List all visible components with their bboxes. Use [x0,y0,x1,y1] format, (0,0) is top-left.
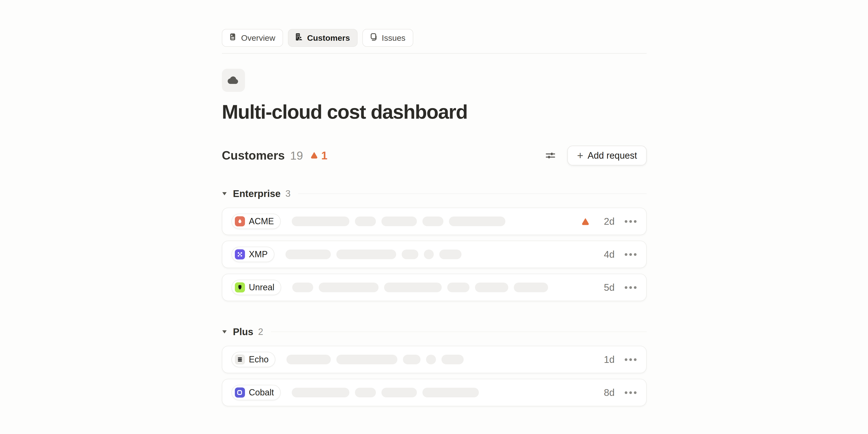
tab-issues[interactable]: Issues [362,29,413,47]
row-meta: 2d [581,216,637,227]
customer-name: Unreal [249,282,274,292]
building-people-icon [294,32,303,43]
shield-icon [235,282,245,292]
tab-bar: Overview Customers Issues [222,29,647,47]
skeleton-bar [426,355,436,364]
tab-label: Overview [241,33,275,43]
tab-customers[interactable]: Customers [288,29,358,47]
group-name: Enterprise [233,188,281,199]
section-alert-badge: 1 [310,149,328,162]
ellipsis-icon[interactable] [624,218,637,225]
drop-icon [235,216,245,226]
chevron-down-icon [222,330,227,334]
document-icon [228,32,237,43]
customer-chip[interactable]: Cobalt [231,385,281,400]
list-bars-icon [235,354,245,365]
customer-name: Echo [249,354,269,365]
skeleton-bar [292,283,313,292]
customer-row-xmp[interactable]: XMP 4d [222,241,647,268]
age-label: 8d [599,387,615,398]
age-label: 5d [599,282,615,293]
row-meta: 8d [599,387,637,398]
skeleton-bar [292,388,349,397]
pages-icon [369,32,378,43]
tabs-divider [222,53,647,54]
customer-row-echo[interactable]: Echo 1d [222,346,647,373]
skeleton-bar [384,283,442,292]
page-content: Overview Customers Issues Multi-cloud co… [222,0,647,412]
skeleton-bars [285,250,462,259]
section-header: Customers 19 1 + Add request [222,145,647,166]
warning-triangle-icon [310,151,318,160]
customer-groups: Enterprise 3 ACME 2d XMP 4d [222,186,647,406]
skeleton-bar [449,217,505,226]
skeleton-bars [292,217,505,226]
skeleton-bar [336,355,397,364]
group-header[interactable]: Enterprise 3 [222,186,647,201]
skeleton-bar [441,355,464,364]
customer-chip[interactable]: XMP [231,247,274,262]
skeleton-bar [423,217,443,226]
customer-name: XMP [249,249,268,259]
ellipsis-icon[interactable] [624,390,637,396]
age-label: 2d [599,216,615,227]
skeleton-bar [447,283,469,292]
tab-label: Issues [382,33,405,43]
square-ring-icon [235,388,245,398]
skeleton-bar [475,283,508,292]
ellipsis-icon[interactable] [624,251,637,258]
customer-chip[interactable]: Unreal [231,280,281,295]
customer-name: ACME [249,216,274,226]
group-rows: Echo 1d Cobalt 8d [222,346,647,406]
warning-triangle-icon [581,217,590,225]
group-divider [271,332,647,332]
sliders-icon[interactable] [544,149,557,162]
chevron-down-icon [222,191,227,196]
skeleton-bar [423,388,479,397]
customer-name: Cobalt [249,388,274,398]
skeleton-bar [355,388,376,397]
page-title: Multi-cloud cost dashboard [222,100,647,123]
age-label: 1d [599,354,615,365]
section-title: Customers [222,149,285,162]
add-request-label: Add request [588,151,637,161]
ellipsis-icon[interactable] [624,356,637,363]
group-rows: ACME 2d XMP 4d Unreal [222,208,647,301]
add-request-button[interactable]: + Add request [567,146,647,165]
pixel-x-icon [235,249,245,259]
plus-icon: + [577,150,583,161]
cloud-icon [226,73,240,88]
skeleton-bar [285,250,331,259]
skeleton-bar [439,250,462,259]
row-meta: 4d [599,249,637,260]
skeleton-bar [403,355,421,364]
tab-overview[interactable]: Overview [222,29,283,47]
skeleton-bar [514,283,548,292]
skeleton-bar [402,250,418,259]
group-header[interactable]: Plus 2 [222,324,647,339]
customer-row-acme[interactable]: ACME 2d [222,208,647,235]
age-label: 4d [599,249,615,260]
skeleton-bar [286,355,331,364]
row-meta: 1d [599,354,637,365]
skeleton-bar [319,283,378,292]
group-count: 2 [258,327,263,337]
group-divider [298,193,647,194]
ellipsis-icon[interactable] [624,284,637,291]
page-icon-tile[interactable] [222,69,245,92]
skeleton-bars [286,355,464,364]
skeleton-bar [381,388,417,397]
section-count: 19 [290,149,303,162]
skeleton-bar [292,217,349,226]
skeleton-bar [336,250,396,259]
customer-row-unreal[interactable]: Unreal 5d [222,274,647,301]
section-alert-count: 1 [321,149,328,162]
skeleton-bar [381,217,417,226]
customer-chip[interactable]: Echo [231,352,275,367]
customer-chip[interactable]: ACME [231,214,281,229]
customer-row-cobalt[interactable]: Cobalt 8d [222,379,647,406]
customer-group-plus: Plus 2 Echo 1d Cobalt 8d [222,324,647,406]
customer-group-enterprise: Enterprise 3 ACME 2d XMP 4d [222,186,647,301]
skeleton-bars [292,388,479,397]
row-meta: 5d [599,282,637,293]
